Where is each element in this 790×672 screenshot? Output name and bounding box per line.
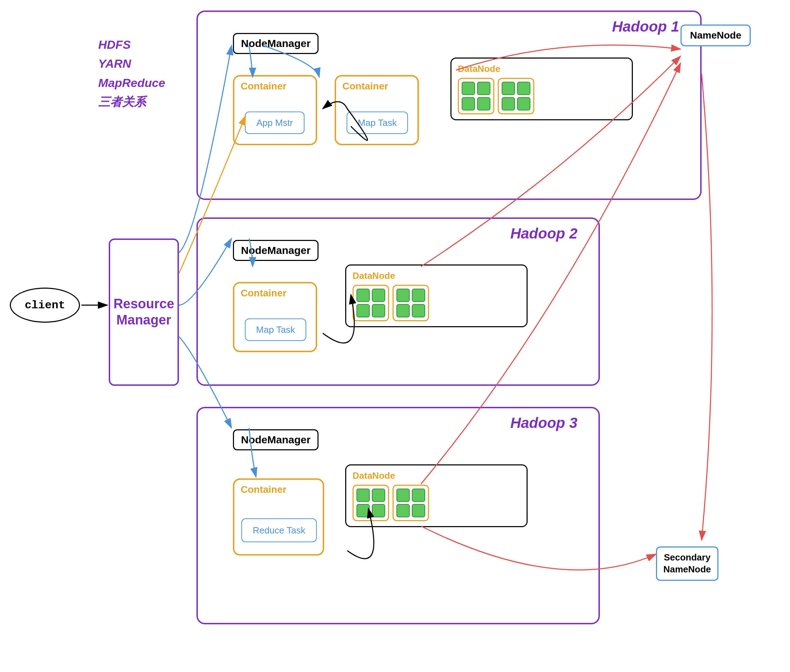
- block: [502, 82, 515, 95]
- block: [462, 82, 475, 95]
- block: [502, 97, 515, 110]
- hadoop-1-box: Hadoop 1 NodeManager Container App Mstr …: [196, 11, 702, 200]
- block: [372, 304, 385, 317]
- container-label-4: Container: [240, 484, 287, 495]
- block: [517, 97, 530, 110]
- block: [356, 504, 370, 517]
- node-manager-2: NodeManager: [233, 240, 319, 261]
- block: [396, 504, 410, 517]
- data-group-1a: [458, 78, 494, 114]
- block: [412, 504, 425, 517]
- block: [356, 304, 370, 317]
- hadoop-2-box: Hadoop 2 NodeManager Container Map Task …: [196, 218, 600, 386]
- resource-manager-label: ResourceManager: [113, 296, 174, 328]
- block: [372, 504, 385, 517]
- node-manager-1: NodeManager: [233, 33, 319, 54]
- block: [372, 289, 385, 302]
- container-label-2: Container: [342, 81, 388, 92]
- block: [396, 289, 410, 302]
- block: [477, 82, 490, 95]
- node-manager-3: NodeManager: [233, 429, 319, 450]
- datanode-1: DataNode: [450, 58, 633, 120]
- datanode-3: DataNode: [345, 464, 527, 527]
- datanode-1-blocks: [458, 78, 625, 114]
- secondary-namenode-box: SecondaryNameNode: [656, 546, 718, 581]
- resource-manager-box: ResourceManager: [109, 238, 179, 386]
- client-node: client: [10, 288, 80, 323]
- hadoop-2-title: Hadoop 2: [510, 225, 577, 242]
- data-group-2b: [393, 285, 429, 321]
- map-task-1: Map Task: [346, 112, 408, 134]
- container-map-task-1: Container Map Task: [335, 75, 419, 145]
- app-mstr-task: App Mstr: [245, 112, 304, 134]
- reduce-task: Reduce Task: [241, 518, 317, 542]
- container-map-task-2: Container Map Task: [233, 282, 317, 352]
- container-app-mstr: Container App Mstr: [233, 75, 317, 145]
- block: [412, 488, 425, 502]
- container-label-1: Container: [240, 81, 287, 92]
- hadoop-3-box: Hadoop 3 NodeManager Container Reduce Ta…: [196, 407, 600, 624]
- namenode-box: NameNode: [681, 24, 751, 46]
- block: [396, 304, 410, 317]
- data-group-2a: [353, 285, 389, 321]
- map-task-2: Map Task: [245, 318, 306, 341]
- datanode-2: DataNode: [345, 264, 527, 327]
- hadoop-1-title: Hadoop 1: [612, 18, 679, 35]
- diagram: HDFSYARNMapReduce三者关系 client ResourceMan…: [0, 0, 790, 672]
- block: [517, 82, 530, 95]
- hdfs-yarn-label: HDFSYARNMapReduce三者关系: [98, 35, 165, 112]
- block: [356, 488, 370, 502]
- datanode-2-blocks: [353, 285, 520, 321]
- container-reduce-task: Container Reduce Task: [233, 478, 324, 555]
- block: [396, 488, 410, 502]
- hadoop-3-title: Hadoop 3: [510, 414, 577, 431]
- block: [372, 488, 385, 502]
- block: [412, 289, 425, 302]
- datanode-3-blocks: [353, 485, 520, 521]
- block: [477, 97, 490, 110]
- data-group-1b: [498, 78, 534, 114]
- block: [462, 97, 475, 110]
- container-label-3: Container: [240, 288, 287, 299]
- block: [356, 289, 370, 302]
- data-group-3b: [393, 485, 429, 521]
- data-group-3a: [353, 485, 389, 521]
- block: [412, 304, 425, 317]
- client-label: client: [24, 299, 65, 312]
